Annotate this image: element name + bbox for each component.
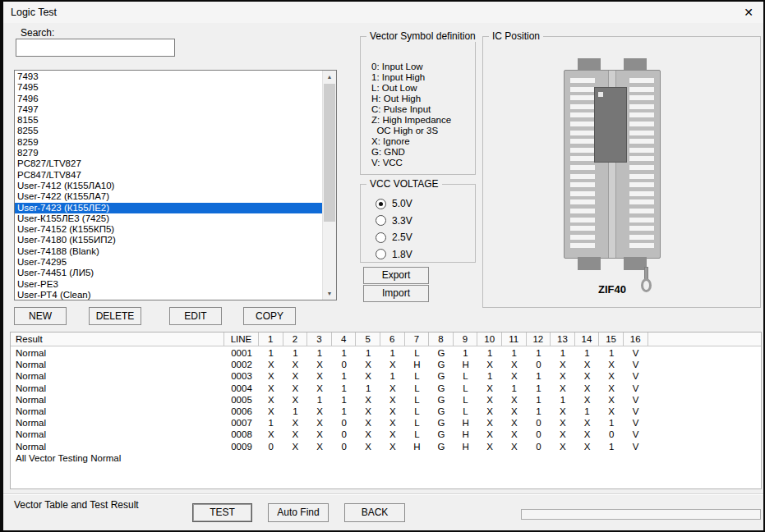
column-header[interactable]: Result bbox=[11, 332, 224, 346]
cell-pin: X bbox=[307, 359, 332, 370]
vcc-option-50V[interactable]: 5.0V bbox=[376, 195, 412, 213]
edit-button[interactable]: EDIT bbox=[169, 307, 222, 325]
list-item[interactable]: PC847/LTV847 bbox=[15, 170, 322, 181]
table-row[interactable]: Normal0001111111LG1111111V bbox=[11, 347, 761, 359]
vector-symbol-groupbox: Vector Symbol definition 0: Input Low1: … bbox=[360, 36, 476, 175]
list-item[interactable]: 7493 bbox=[15, 71, 322, 82]
cell-pin: X bbox=[283, 429, 308, 440]
cell-pin: X bbox=[575, 441, 600, 452]
list-item[interactable]: User-РЕ3 bbox=[15, 279, 322, 290]
list-item[interactable]: User-7422 (К155ЛА7) bbox=[15, 191, 322, 202]
inserted-chip-icon bbox=[594, 87, 627, 163]
table-row[interactable]: Normal00090XX0XXHGHXX0XX1V bbox=[11, 441, 761, 452]
column-header[interactable]: 7 bbox=[405, 332, 430, 346]
export-button[interactable]: Export bbox=[363, 267, 429, 284]
cell-result: Normal bbox=[11, 359, 224, 370]
table-row[interactable]: Normal0006X1X1XXLGLXX1X1XV bbox=[11, 406, 761, 417]
cell-pin: 1 bbox=[380, 347, 405, 359]
cell-pin: H bbox=[454, 359, 478, 370]
scroll-up-icon[interactable]: ▲ bbox=[323, 71, 336, 83]
column-header[interactable]: 10 bbox=[477, 332, 502, 346]
copy-button[interactable]: COPY bbox=[243, 307, 296, 325]
list-item[interactable]: User-7423 (К155ЛЕ2) bbox=[15, 203, 322, 213]
cell-pin: X bbox=[356, 394, 380, 406]
test-button[interactable]: TEST bbox=[192, 503, 252, 522]
column-header[interactable]: 11 bbox=[502, 332, 527, 346]
list-item[interactable]: User-74188 (Blank) bbox=[15, 246, 322, 257]
column-header[interactable]: 15 bbox=[599, 332, 624, 346]
cell-pin: X bbox=[551, 441, 575, 452]
list-item[interactable]: 8255 bbox=[15, 126, 322, 136]
cell-pin: 1 bbox=[259, 417, 283, 429]
vcc-option-25V[interactable]: 2.5V bbox=[376, 229, 412, 246]
list-item[interactable]: 7495 bbox=[15, 82, 322, 93]
search-input[interactable] bbox=[16, 39, 175, 57]
cell-pin: X bbox=[477, 406, 502, 417]
vcc-option-18V[interactable]: 1.8V bbox=[376, 246, 412, 264]
column-header[interactable]: LINE bbox=[224, 332, 259, 346]
list-scrollbar[interactable]: ▲ ▼ bbox=[322, 71, 336, 300]
list-item[interactable]: User-74295 bbox=[15, 257, 322, 268]
back-button[interactable]: BACK bbox=[344, 503, 405, 522]
radio-icon[interactable] bbox=[376, 215, 386, 226]
column-header[interactable]: 2 bbox=[283, 332, 308, 346]
list-item[interactable]: User-74180 (К155ИП2) bbox=[15, 235, 322, 245]
radio-icon[interactable] bbox=[376, 199, 386, 209]
vcc-voltage-title: VCC VOLTAGE bbox=[366, 178, 442, 190]
list-item[interactable]: 7496 bbox=[15, 94, 322, 104]
list-item[interactable]: User-РТ4 (Clean) bbox=[15, 290, 322, 300]
column-header[interactable]: 5 bbox=[356, 332, 380, 346]
vcc-option-33V[interactable]: 3.3V bbox=[376, 213, 412, 230]
cell-pin: X bbox=[502, 417, 527, 429]
scroll-down-icon[interactable]: ▼ bbox=[323, 287, 336, 300]
table-row[interactable]: Normal0004XXX11XLGLX11XXXV bbox=[11, 383, 761, 394]
cell-pin: 1 bbox=[307, 394, 332, 406]
column-header[interactable]: 12 bbox=[527, 332, 551, 346]
list-item[interactable]: 7497 bbox=[15, 104, 322, 115]
column-header[interactable]: 1 bbox=[259, 332, 283, 346]
import-button[interactable]: Import bbox=[363, 285, 429, 302]
list-item[interactable]: User-74451 (ЛИ5) bbox=[15, 268, 322, 278]
cell-pin: X bbox=[575, 417, 600, 429]
list-item[interactable]: User-К155ЛЕ3 (7425) bbox=[15, 213, 322, 224]
cell-pin: G bbox=[429, 347, 454, 359]
table-row[interactable]: Normal0003XXX1X1LGL1X1XXXV bbox=[11, 370, 761, 382]
column-header[interactable]: 4 bbox=[332, 332, 357, 346]
list-item[interactable]: User-74152 (К155КП5) bbox=[15, 224, 322, 235]
list-item[interactable]: 8155 bbox=[15, 115, 322, 126]
cell-pin: 1 bbox=[332, 383, 357, 394]
column-header[interactable]: 8 bbox=[429, 332, 454, 346]
list-item[interactable]: PC827/LTV827 bbox=[15, 158, 322, 169]
auto-find-button[interactable]: Auto Find bbox=[268, 503, 329, 522]
cell-pin: X bbox=[599, 359, 624, 370]
cell-pin: X bbox=[380, 383, 405, 394]
socket-label: ZIF40 bbox=[564, 283, 661, 296]
cell-pin: 0 bbox=[527, 359, 551, 370]
list-item[interactable]: User-7412 (К155ЛА10) bbox=[15, 181, 322, 191]
table-row[interactable]: Normal0008XXX0XXLGHXX0XX0V bbox=[11, 429, 761, 440]
table-row[interactable]: Normal0005XX11XXLGLXX11XXV bbox=[11, 394, 761, 406]
column-header-filler bbox=[648, 332, 762, 346]
cell-line: 0009 bbox=[224, 441, 259, 452]
list-item[interactable]: 8259 bbox=[15, 137, 322, 148]
cell-pin: G bbox=[429, 429, 454, 440]
list-item[interactable]: 8279 bbox=[15, 148, 322, 158]
radio-icon[interactable] bbox=[376, 249, 386, 259]
table-row[interactable]: Normal00071XX0XXLGHXX0XX1V bbox=[11, 417, 761, 429]
radio-icon[interactable] bbox=[376, 232, 386, 243]
column-header[interactable]: 16 bbox=[624, 332, 648, 346]
close-icon[interactable]: ✕ bbox=[740, 4, 757, 21]
column-header[interactable]: 14 bbox=[575, 332, 600, 346]
cell-pin: H bbox=[454, 417, 478, 429]
column-header[interactable]: 6 bbox=[380, 332, 405, 346]
column-header[interactable]: 13 bbox=[551, 332, 575, 346]
column-header[interactable]: 3 bbox=[307, 332, 332, 346]
table-row[interactable]: Normal0002XXX0XXHGHXX0XXXV bbox=[11, 359, 761, 370]
cell-pin: 1 bbox=[527, 383, 551, 394]
new-button[interactable]: NEW bbox=[14, 307, 67, 325]
scrollbar-thumb[interactable] bbox=[324, 84, 335, 222]
delete-button[interactable]: DELETE bbox=[89, 307, 141, 325]
cell-pin: X bbox=[283, 441, 308, 452]
column-header[interactable]: 9 bbox=[454, 332, 478, 346]
vector-symbol-line: 0: Input Low bbox=[371, 62, 451, 72]
